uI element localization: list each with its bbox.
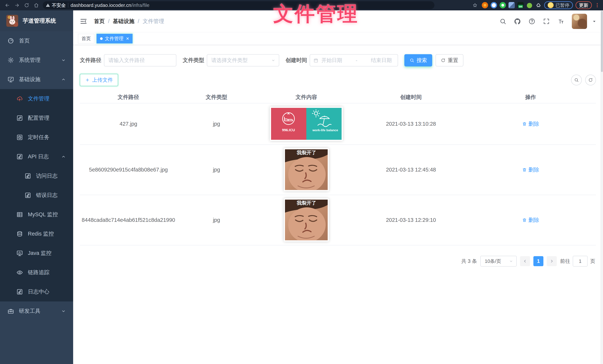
sidebar-item-api-log[interactable]: API 日志: [0, 147, 73, 166]
help-icon[interactable]: [528, 18, 535, 25]
search-icon[interactable]: [499, 18, 507, 25]
tags-view-bar: 首页 文件管理 ×: [73, 32, 603, 45]
user-avatar[interactable]: [572, 14, 587, 29]
update-button[interactable]: 更新: [576, 1, 592, 9]
file-preview-meme[interactable]: 我裂开了: [284, 148, 329, 191]
breadcrumb-infrastructure[interactable]: 基础设施: [113, 18, 134, 25]
sidebar-item-infrastructure[interactable]: 基础设施: [0, 70, 73, 89]
fullscreen-icon[interactable]: [543, 18, 550, 25]
browser-toolbar: 不安全 dashboard.yudao.iocoder.cn/infra/fil…: [0, 0, 603, 10]
sidebar-item-config-management[interactable]: 配置管理: [0, 108, 73, 128]
total-count: 共 3 条: [461, 258, 477, 264]
toggle-search-button[interactable]: [571, 75, 582, 85]
extension-icon[interactable]: [499, 2, 506, 8]
browser-home-icon[interactable]: [32, 1, 40, 9]
font-size-icon[interactable]: [557, 18, 564, 25]
breadcrumb-home[interactable]: 首页: [94, 18, 105, 25]
end-date-field[interactable]: 结束日期: [371, 57, 392, 64]
log-icon: [16, 153, 23, 160]
tab-file-management[interactable]: 文件管理 ×: [96, 34, 133, 44]
sidebar-item-home[interactable]: 首页: [0, 31, 73, 50]
chevron-down-icon: [61, 308, 66, 314]
profile-paused-badge[interactable]: 已暂停: [544, 1, 573, 9]
start-date-field[interactable]: 开始日期: [321, 57, 342, 64]
extension-icon[interactable]: [491, 2, 497, 8]
table-header-row: 文件路径 文件类型 文件内容 创建时间 操作: [80, 91, 596, 103]
browser-reload-icon[interactable]: [22, 1, 31, 9]
sidebar-item-mysql-monitor[interactable]: MySQL 监控: [0, 205, 73, 224]
file-preview-meme[interactable]: 我裂开了: [284, 198, 329, 241]
delete-button[interactable]: 删除: [522, 166, 539, 173]
app-title: 芋道管理系统: [23, 17, 56, 25]
extension-icon[interactable]: [509, 2, 515, 8]
chevron-down-icon: [61, 57, 66, 63]
next-page-button[interactable]: [547, 256, 557, 266]
sidebar-item-access-log[interactable]: 访问日志: [0, 166, 73, 186]
page-number-button[interactable]: 1: [533, 256, 543, 266]
sidebar-item-dev-tools[interactable]: 研发工具: [0, 301, 73, 321]
table-row: 8448cada8c714e4ab61f521c8da21990 jpg: [80, 195, 596, 245]
search-button[interactable]: 搜索: [404, 54, 432, 67]
cloud-icon: [16, 95, 23, 102]
refresh-table-button[interactable]: [585, 75, 596, 85]
column-header-file-content: 文件内容: [256, 91, 357, 103]
cell-created: 2021-03-13 12:29:10: [357, 195, 465, 245]
security-warning[interactable]: 不安全: [46, 2, 66, 8]
browser-forward-icon[interactable]: [13, 1, 21, 9]
close-icon[interactable]: ×: [126, 36, 129, 41]
extension-icon[interactable]: on: [517, 2, 524, 8]
page-size-select[interactable]: 10条/页: [480, 256, 517, 267]
sidebar-item-file-management[interactable]: 文件管理: [0, 89, 73, 108]
browser-back-icon[interactable]: [3, 1, 12, 9]
table-row: 5e8609290e915c4fa8b08e67.jpg jpg: [80, 145, 596, 195]
table-row: 427.jpg jpg: [80, 103, 596, 145]
upload-file-button[interactable]: 上传文件: [80, 74, 118, 86]
url-host: dashboard.yudao.iocoder.cn: [70, 2, 131, 8]
trash-icon: [522, 122, 527, 126]
sidebar-item-system-management[interactable]: 系统管理: [0, 50, 73, 70]
extension-icon[interactable]: [482, 2, 488, 8]
plus-icon: [85, 78, 90, 82]
profile-avatar: [548, 2, 554, 8]
trash-icon: [522, 218, 527, 223]
address-divider: [68, 3, 68, 8]
app-logo-row[interactable]: 芋道管理系统: [0, 10, 73, 31]
delete-button[interactable]: 删除: [522, 120, 539, 128]
extension-icon[interactable]: [526, 2, 533, 8]
scrollbar-thumb[interactable]: [601, 11, 603, 72]
delete-button[interactable]: 删除: [522, 216, 539, 224]
security-label: 不安全: [52, 2, 66, 8]
filter-bar: 文件路径 文件类型 请选择文件类型 创建时间 开始日期 -: [80, 54, 596, 67]
caret-down-icon[interactable]: [592, 19, 597, 24]
main-area: 首页 / 基础设施 / 文件管理 首页 文件管理 ×: [73, 10, 603, 364]
extensions-puzzle-icon[interactable]: [535, 2, 542, 8]
screen: 不安全 dashboard.yudao.iocoder.cn/infra/fil…: [0, 0, 603, 364]
goto-page-input[interactable]: [573, 256, 588, 267]
meme-caption: 我裂开了: [297, 150, 316, 155]
sidebar-item-scheduled-tasks[interactable]: 定时任务: [0, 128, 73, 147]
chevron-down-icon: [509, 259, 513, 263]
hamburger-icon[interactable]: [80, 17, 88, 25]
file-type-placeholder: 请选择文件类型: [211, 57, 248, 64]
file-type-select[interactable]: 请选择文件类型: [207, 54, 279, 67]
address-bar[interactable]: 不安全 dashboard.yudao.iocoder.cn/infra/fil…: [43, 1, 434, 9]
meme-caption: 我裂开了: [297, 200, 316, 206]
sidebar-item-java-monitor[interactable]: Java 监控: [0, 244, 73, 263]
sidebar-item-error-log[interactable]: 错误日志: [0, 186, 73, 205]
sidebar-item-trace[interactable]: 链路追踪: [0, 263, 73, 282]
prev-page-button[interactable]: [520, 256, 530, 266]
create-time-label: 创建时间: [286, 57, 307, 64]
chevron-up-icon: [61, 154, 66, 159]
github-icon[interactable]: [514, 18, 521, 25]
date-range-picker[interactable]: 开始日期 - 结束日期: [310, 54, 398, 67]
file-path-input[interactable]: [104, 54, 176, 67]
table-toolbar: 上传文件: [80, 74, 596, 86]
tab-home[interactable]: 首页: [78, 34, 94, 44]
bookmark-star-icon[interactable]: [471, 1, 479, 9]
reset-button[interactable]: 重置: [436, 54, 464, 67]
file-preview-996-banner[interactable]: 996.ICU work-life balance: [270, 107, 343, 141]
sidebar-item-log-center[interactable]: 日志中心: [0, 282, 73, 301]
browser-menu-icon[interactable]: [594, 2, 600, 8]
sidebar-item-redis-monitor[interactable]: Redis 监控: [0, 224, 73, 244]
browser-scrollbar[interactable]: [601, 10, 603, 364]
